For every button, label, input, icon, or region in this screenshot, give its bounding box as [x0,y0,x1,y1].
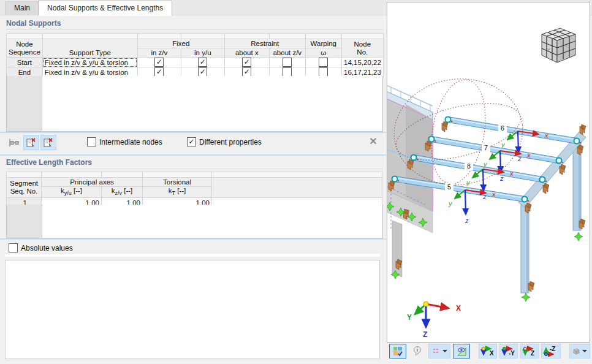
nodal-supports-title: Nodal Supports [6,19,383,30]
checkbox-fixed-zv[interactable]: ✓ [154,67,164,77]
view-x-button[interactable]: X [479,344,497,358]
intermediate-nodes-label: Intermediate nodes [99,138,162,146]
insert-node-button[interactable] [6,135,22,150]
checkbox-restraint-x[interactable]: ✓ [242,58,251,67]
empty-detail-panel [5,260,380,359]
set-square-eye-icon [457,346,467,356]
splitter[interactable] [0,238,386,240]
checkbox-warping[interactable] [319,67,328,77]
svg-text:y: y [448,200,453,207]
col-group-torsional: Torsional [143,178,212,187]
svg-text:z: z [499,175,504,182]
col-kyu: ky/u [--] [42,187,102,198]
col-in-yu: in y/u [181,48,224,58]
tab-nodal-supports[interactable]: Nodal Supports & Effective Lengths [38,1,172,16]
absolute-values-checkbox[interactable] [9,243,18,252]
svg-text:x: x [526,151,531,159]
render-mode-icon [393,346,403,356]
svg-text:-Z: -Z [550,346,555,352]
checkbox-restraint-zv[interactable] [283,67,292,77]
col-kt: kT [--] [143,187,212,198]
svg-text:z: z [482,193,487,200]
svg-text:7: 7 [484,144,488,151]
col-node-sequence: Node Sequence [7,39,43,58]
svg-text:x: x [565,44,567,48]
col-support-type: Support Type [42,39,137,58]
col-group-fixed: Fixed [137,39,224,48]
svg-text:z: z [465,217,469,224]
beam-labels: 6 7 8 5 [445,124,507,191]
svg-text:Z: Z [531,350,534,357]
svg-text:x: x [509,170,514,177]
delete-support-end-button[interactable] [40,135,56,150]
svg-text:y: y [466,179,471,186]
view-z-button[interactable]: Z [520,344,539,358]
3d-viewport[interactable]: 6 7 8 5 x y z x [387,2,590,343]
svg-text:y: y [501,141,506,148]
delete-support-icon [44,138,53,148]
absolute-values-label: Absolute values [21,244,73,252]
global-axes: X Y Z [407,301,461,339]
cube-icon [572,347,580,355]
dashed-line-icon [432,347,441,355]
margins-dropdown-button[interactable] [428,344,450,358]
col-in-zv: in z/v [137,48,181,58]
table-strip-row [7,172,382,178]
nodal-supports-table: Node Sequence Support Type Fixed Restrai… [6,33,384,77]
dropdown-caret-icon [442,350,447,352]
dropdown-caret-icon [582,350,587,352]
panel-edge [5,254,380,257]
navigation-cube[interactable]: -Y x [542,28,575,63]
node-numbers-cell: 14,15,20,22 [341,58,383,67]
svg-text:Z: Z [423,330,427,339]
col-group-restraint: Restraint [224,39,305,48]
checkbox-fixed-zv[interactable]: ✓ [154,58,164,67]
splitter[interactable] [0,132,386,133]
effective-lengths-table-filler [6,205,383,238]
svg-text:-Y: -Y [509,350,515,357]
col-empty [212,178,382,198]
checkbox-fixed-yu[interactable]: ✓ [198,58,207,67]
dialog-nodal-supports: Main Nodal Supports & Effective Lengths … [0,0,592,364]
info-button[interactable]: i [409,344,426,358]
delete-support-start-button[interactable] [23,135,39,150]
view-minus-z-button[interactable]: -Z [541,344,561,358]
svg-text:z: z [517,155,522,162]
effective-lengths-table: Segment Seq. No. Principal axes Torsiona… [6,172,382,208]
col-warping: Warping [305,39,341,48]
svg-text:5: 5 [447,183,451,191]
tab-main[interactable]: Main [5,1,39,15]
intermediate-nodes-checkbox[interactable] [87,137,96,146]
svg-text:y: y [483,161,488,168]
visibility-button[interactable] [453,344,470,358]
svg-text:8: 8 [467,162,471,170]
svg-text:X: X [490,350,494,357]
col-about-zv: about z/v [269,48,305,58]
render-mode-button[interactable] [389,344,406,358]
section-dropdown-button[interactable] [569,344,590,358]
svg-text:i: i [417,347,419,353]
view-toolbar: i X [389,343,592,359]
svg-text:Y: Y [407,313,412,322]
info-icon: i [413,346,422,356]
col-kzv: kz/v [--] [102,187,143,198]
splitter[interactable] [0,154,386,156]
col-omega: ω [305,48,341,58]
checkbox-restraint-x[interactable]: ✓ [242,67,251,77]
svg-text:x: x [544,132,548,139]
clear-table-button[interactable]: ✕ [366,135,380,148]
support-type-cell[interactable]: Fixed in z/v & y/u & torsion [42,58,137,67]
svg-text:-Y: -Y [545,47,551,53]
table-row-start: Start Fixed in z/v & y/u & torsion ✓ ✓ ✓… [7,58,384,67]
col-node-no: Node No. [341,39,383,58]
svg-text:X: X [456,304,461,313]
different-properties-checkbox[interactable]: ✓ [187,137,196,146]
checkbox-fixed-yu[interactable]: ✓ [198,67,207,77]
checkbox-restraint-zv[interactable] [283,58,292,67]
delete-support-icon [26,138,36,148]
view-minus-y-button[interactable]: -Y [499,344,518,358]
col-segment: Segment Seq. No. [7,178,42,198]
effective-lengths-title: Effective Length Factors [6,158,383,169]
checkbox-warping[interactable] [319,58,328,67]
col-about-x: about x [224,48,269,58]
